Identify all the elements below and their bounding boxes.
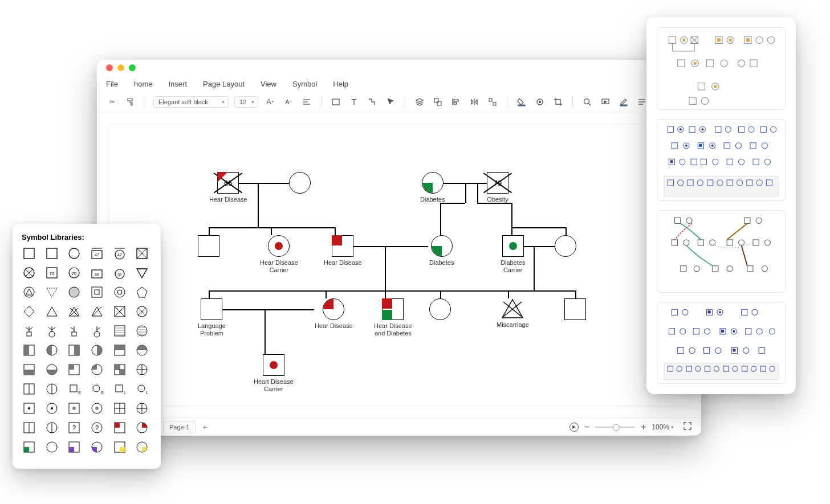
node-hear-disease-carrier-f[interactable]: Hear Disease Carrier <box>260 235 298 274</box>
zoom-slider[interactable] <box>595 427 635 428</box>
increase-font-icon[interactable]: A+ <box>264 96 276 108</box>
crop-icon[interactable] <box>552 96 564 108</box>
zoom-out-button[interactable]: − <box>584 422 589 432</box>
node-female-unmarked-3[interactable] <box>429 298 451 320</box>
symbol-split-sq[interactable] <box>22 382 36 396</box>
symbol-red-tr-cir[interactable] <box>135 420 149 435</box>
menu-home[interactable]: home <box>134 77 153 91</box>
symbol-circle-x[interactable] <box>22 265 36 280</box>
symbol-small-sq-s[interactable]: S <box>67 382 82 396</box>
font-family-select[interactable]: Elegant soft black <box>153 96 229 108</box>
rectangle-tool-icon[interactable] <box>329 96 342 108</box>
symbol-triangle-down[interactable] <box>135 265 149 280</box>
symbol-four-sq[interactable] <box>112 362 127 377</box>
fill-color-icon[interactable] <box>515 96 528 108</box>
symbol-q-sq[interactable]: ? <box>67 420 82 435</box>
symbol-square-2[interactable] <box>44 246 59 261</box>
symbol-small-sq-l[interactable]: L <box>112 382 127 396</box>
node-male-unmarked-2[interactable] <box>564 298 586 320</box>
symbol-age-circle[interactable]: 70 <box>67 265 82 280</box>
symbol-circle-shaded[interactable] <box>67 285 82 300</box>
node-diabetes-f2[interactable]: Diabetes <box>429 235 454 267</box>
node-male-unmarked[interactable] <box>198 235 219 257</box>
symbol-outline-cir-2[interactable] <box>44 440 59 454</box>
symbol-small-cir-l[interactable]: L <box>135 382 149 396</box>
symbol-half-top-sq[interactable] <box>112 343 127 358</box>
text-tool-icon[interactable]: T <box>348 96 360 108</box>
symbol-square-x[interactable] <box>135 246 149 261</box>
template-thumbnail-1[interactable] <box>657 27 786 110</box>
node-miscarriage[interactable]: Miscarriage <box>497 298 529 329</box>
canvas[interactable]: 65 Hear Disease Diabetes 79 Obesity <box>108 124 690 406</box>
symbol-date-square-2[interactable]: 58 <box>89 265 104 280</box>
node-diabetes-carrier-m[interactable]: Diabetes Carrier <box>501 235 525 274</box>
symbol-dot-cir[interactable] <box>44 401 59 416</box>
symbol-square-inner[interactable] <box>89 285 104 300</box>
symbol-split-cir[interactable] <box>44 382 59 396</box>
symbol-triangle-dashed[interactable] <box>44 285 59 300</box>
pointer-tool-icon[interactable] <box>384 96 397 108</box>
node-hear-disease-65[interactable]: 65 Hear Disease <box>209 172 247 203</box>
symbol-purple-q-sq[interactable] <box>67 440 82 454</box>
symbol-dot-sq-g[interactable] <box>67 401 82 416</box>
symbol-tree-2[interactable] <box>44 323 59 338</box>
symbol-date-circle[interactable]: 47 <box>112 246 127 261</box>
symbol-triangle[interactable] <box>44 304 59 319</box>
menu-file[interactable]: File <box>106 77 118 91</box>
node-obesity-79[interactable]: 79 Obesity <box>487 172 508 203</box>
symbol-triangle-slash[interactable] <box>89 304 104 319</box>
presentation-icon[interactable] <box>599 96 612 108</box>
symbol-circle-x-2[interactable] <box>135 304 149 319</box>
play-icon[interactable]: ▶ <box>569 423 579 432</box>
fullscreen-icon[interactable] <box>683 421 692 432</box>
node-diabetes-female[interactable]: Diabetes <box>420 172 445 203</box>
symbol-red-tl-sq[interactable] <box>112 420 127 435</box>
window-close-button[interactable] <box>106 64 113 71</box>
align-left-icon[interactable] <box>450 96 462 108</box>
menu-insert[interactable]: Insert <box>168 77 187 91</box>
symbol-age-square[interactable]: 70 <box>44 265 59 280</box>
page-tab[interactable]: Page-1 <box>163 421 196 433</box>
symbol-square[interactable] <box>22 246 36 261</box>
symbol-half-right-sq[interactable] <box>67 343 82 358</box>
symbol-circle-triangle[interactable] <box>22 285 36 300</box>
decrease-font-icon[interactable]: A− <box>282 96 295 108</box>
symbol-circle[interactable] <box>67 246 82 261</box>
symbol-yellow-q-sq[interactable] <box>112 440 127 454</box>
align-icon[interactable] <box>300 96 313 108</box>
symbol-q-cir[interactable]: ? <box>89 420 104 435</box>
flip-horizontal-icon[interactable] <box>468 96 481 108</box>
symbol-half-left-sq-2[interactable] <box>22 420 36 435</box>
menu-page-layout[interactable]: Page Layout <box>203 77 245 91</box>
symbol-half-top-cir[interactable] <box>135 343 149 358</box>
symbol-date-square[interactable]: 47 <box>89 246 104 261</box>
format-painter-icon[interactable] <box>124 96 137 108</box>
window-minimize-button[interactable] <box>117 64 124 71</box>
symbol-purple-q-cir[interactable] <box>89 440 104 454</box>
layers-icon[interactable] <box>413 96 426 108</box>
symbol-half-left-cir-2[interactable] <box>44 420 59 435</box>
symbol-quarter-tl-sq[interactable] <box>67 362 82 377</box>
zoom-in-button[interactable]: + <box>641 422 646 432</box>
symbol-half-bottom-cir[interactable] <box>44 362 59 377</box>
font-size-select[interactable]: 12 <box>234 96 258 108</box>
symbol-yellow-q-cir[interactable] <box>135 440 149 454</box>
symbol-quarter-tl-cir[interactable] <box>89 362 104 377</box>
symbol-small-cir-s[interactable]: S <box>89 382 104 396</box>
symbol-four-cir[interactable] <box>135 362 149 377</box>
symbol-tree-3[interactable] <box>67 323 82 338</box>
window-zoom-button[interactable] <box>129 64 136 71</box>
pen-underline-icon[interactable] <box>617 96 630 108</box>
symbol-tree-4[interactable] <box>89 323 104 338</box>
template-thumbnail-2[interactable] <box>657 119 786 202</box>
menu-help[interactable]: Help <box>333 77 348 91</box>
symbol-half-right-cir[interactable] <box>89 343 104 358</box>
node-hear-disease-and-diabetes[interactable]: Hear Disease and Diabetes <box>374 298 412 337</box>
symbol-half-left-cir[interactable] <box>44 343 59 358</box>
menu-view[interactable]: View <box>261 77 276 91</box>
add-page-button[interactable]: + <box>199 421 210 433</box>
template-thumbnail-4[interactable] <box>657 302 786 384</box>
symbol-diamond[interactable] <box>22 304 36 319</box>
cut-icon[interactable]: ✂ <box>106 96 119 108</box>
template-thumbnail-3[interactable] <box>657 210 786 293</box>
